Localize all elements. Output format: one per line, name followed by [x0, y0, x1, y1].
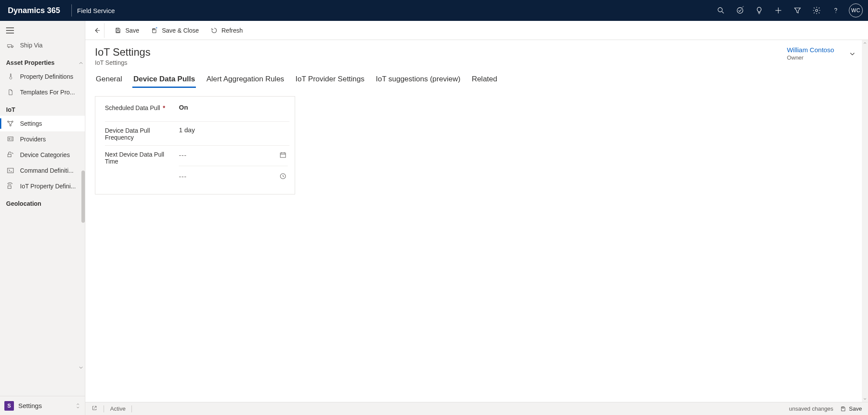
record-state: Active: [110, 405, 125, 412]
status-bar: Active unsaved changes Save: [85, 402, 868, 415]
nav-scrollbar-thumb[interactable]: [81, 171, 85, 223]
save-close-label: Save & Close: [162, 27, 199, 34]
refresh-icon: [210, 27, 218, 34]
field-label: Next Device Data Pull Time: [105, 150, 179, 165]
svg-rect-24: [842, 407, 844, 408]
statusbar-save-label: Save: [849, 405, 862, 412]
task-check-icon[interactable]: [730, 0, 750, 21]
ship-via-icon: [6, 41, 15, 50]
svg-line-1: [722, 12, 724, 13]
nav-item-settings[interactable]: Settings: [0, 116, 85, 131]
tab-iot-provider-settings[interactable]: IoT Provider Settings: [295, 72, 365, 88]
field-value: 1 day: [179, 126, 195, 134]
statusbar-divider: [131, 405, 132, 412]
device-data-pulls-card: Scheduled Data Pull* On Device Data Pull…: [95, 96, 295, 194]
left-nav: Ship Via Asset Properties Property Defin…: [0, 21, 85, 415]
statusbar-save-button[interactable]: Save: [840, 405, 862, 412]
form-tabs: General Device Data Pulls Alert Aggregat…: [85, 68, 868, 88]
field-frequency[interactable]: Device Data Pull Frequency 1 day: [105, 122, 289, 146]
tab-alert-aggregation[interactable]: Alert Aggregation Rules: [205, 72, 285, 88]
scroll-down-icon[interactable]: [862, 396, 868, 402]
nav-item-property-definitions[interactable]: Property Definitions: [0, 69, 85, 84]
record-entity-name: IoT Settings: [95, 59, 151, 66]
nav-group-iot: IoT: [0, 100, 85, 116]
app-name[interactable]: Field Service: [77, 7, 115, 14]
nav-label: IoT Property Defini...: [20, 183, 81, 190]
time-input-row[interactable]: ---: [179, 166, 288, 181]
svg-point-9: [8, 47, 9, 47]
nav-label: Settings: [20, 120, 81, 127]
nav-label: Command Definiti...: [20, 167, 81, 174]
header-expand-button[interactable]: [846, 48, 858, 60]
nav-label: Device Categories: [20, 151, 81, 158]
topbar-divider: [71, 4, 72, 17]
save-icon: [114, 27, 122, 34]
main-content: Save Save & Close Refresh IoT Settings I…: [85, 21, 868, 415]
svg-point-6: [816, 10, 818, 12]
svg-rect-16: [8, 154, 11, 157]
iot-property-icon: [6, 182, 15, 191]
tab-related[interactable]: Related: [471, 72, 498, 88]
brand-title[interactable]: Dynamics 365: [5, 6, 66, 15]
nav-label: Ship Via: [20, 42, 81, 49]
field-scheduled-data-pull[interactable]: Scheduled Data Pull* On: [105, 99, 289, 122]
nav-item-iot-property-definitions[interactable]: IoT Property Defini...: [0, 178, 85, 194]
tab-general[interactable]: General: [95, 72, 123, 88]
time-value: ---: [179, 173, 187, 180]
nav-item-templates[interactable]: Templates For Pro...: [0, 84, 85, 100]
refresh-button[interactable]: Refresh: [206, 23, 247, 38]
nav-item-providers[interactable]: Providers: [0, 131, 85, 147]
user-avatar[interactable]: WC: [849, 3, 863, 17]
clock-icon[interactable]: [278, 171, 288, 181]
hamburger-icon[interactable]: [6, 26, 16, 35]
nav-scroll-up-icon[interactable]: [78, 60, 84, 66]
back-button[interactable]: [90, 23, 104, 38]
nav-item-ship-via[interactable]: Ship Via: [0, 40, 85, 53]
nav-scroll-down-icon[interactable]: [78, 365, 84, 371]
nav-item-command-definitions[interactable]: Command Definiti...: [0, 163, 85, 178]
svg-point-15: [9, 138, 10, 140]
save-close-button[interactable]: Save & Close: [146, 23, 203, 38]
device-category-icon: [6, 151, 15, 159]
nav-item-device-categories[interactable]: Device Categories: [0, 147, 85, 163]
popout-icon[interactable]: [91, 405, 98, 412]
save-button[interactable]: Save: [110, 23, 144, 38]
nav-group-asset-properties: Asset Properties: [0, 53, 85, 69]
owner-field-label: Owner: [787, 54, 834, 61]
svg-point-7: [835, 12, 836, 13]
providers-icon: [6, 135, 15, 144]
svg-rect-21: [153, 29, 155, 30]
search-icon[interactable]: [711, 0, 730, 21]
svg-rect-17: [7, 168, 13, 173]
main-scrollbar[interactable]: [862, 40, 868, 402]
nav-label: Templates For Pro...: [20, 89, 81, 96]
command-bar: Save Save & Close Refresh: [85, 21, 868, 40]
area-switcher[interactable]: S Settings: [0, 396, 85, 415]
tab-iot-suggestions[interactable]: IoT suggestions (preview): [375, 72, 461, 88]
field-label: Device Data Pull Frequency: [105, 126, 179, 141]
svg-line-3: [742, 6, 744, 7]
date-input-row[interactable]: ---: [179, 150, 288, 160]
statusbar-divider: [104, 405, 104, 412]
field-next-pull-time: Next Device Data Pull Time --- ---: [105, 146, 289, 185]
field-label: Scheduled Data Pull*: [105, 104, 179, 111]
owner-link[interactable]: William Contoso: [787, 46, 834, 54]
svg-rect-22: [280, 153, 286, 158]
svg-point-0: [718, 7, 722, 12]
calendar-icon[interactable]: [278, 150, 288, 160]
record-header: IoT Settings IoT Settings William Contos…: [85, 40, 868, 68]
area-updown-icon: [75, 402, 81, 409]
lightbulb-icon[interactable]: [750, 0, 769, 21]
filter-icon[interactable]: [788, 0, 807, 21]
svg-rect-19: [117, 28, 119, 29]
svg-point-13: [10, 125, 11, 126]
gear-icon[interactable]: [807, 0, 826, 21]
tab-device-data-pulls[interactable]: Device Data Pulls: [132, 72, 196, 88]
help-icon[interactable]: [826, 0, 845, 21]
scroll-up-icon[interactable]: [862, 40, 868, 46]
nav-label: Providers: [20, 136, 81, 143]
area-badge: S: [4, 401, 14, 411]
required-indicator: *: [163, 104, 165, 111]
svg-point-10: [12, 47, 13, 47]
plus-icon[interactable]: [769, 0, 788, 21]
